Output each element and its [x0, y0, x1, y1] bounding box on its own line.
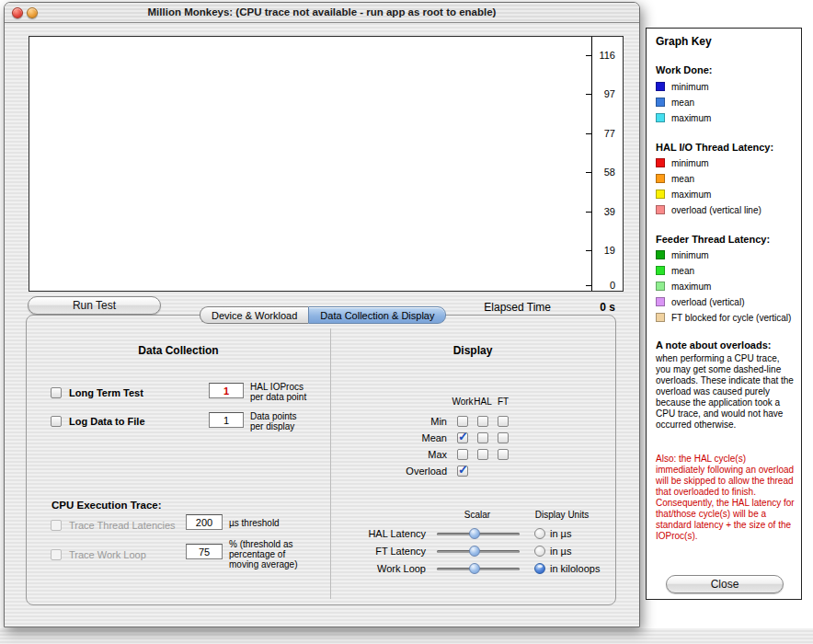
grid-row-overload: Overload	[377, 464, 513, 477]
key-item-label: FT blocked for cycle (vertical)	[671, 313, 791, 323]
key-item-label: minimum	[671, 158, 709, 168]
display-units-header: Display Units	[516, 510, 608, 520]
key-item: mean	[656, 173, 694, 184]
y-axis-tick-label: 116	[584, 50, 615, 61]
key-item-label: maximum	[671, 190, 711, 200]
us-threshold-input[interactable]	[186, 514, 223, 530]
column-header-hal: HAL	[473, 397, 493, 407]
long-term-test-row: Long Term Test	[51, 386, 143, 399]
data-points-label-line1: Data points	[250, 411, 297, 421]
elapsed-time-value: 0 s	[560, 301, 615, 314]
key-item: overload (vertical line)	[656, 204, 761, 215]
hal-latency-unit-label: in µs	[550, 528, 571, 539]
tab-data-collection-display[interactable]: Data Collection & Display	[308, 306, 446, 324]
tab-content-panel: Data Collection Long Term Test Log Data …	[26, 315, 616, 605]
row-label-max: Max	[377, 449, 452, 460]
trace-thread-latencies-checkbox	[51, 520, 62, 531]
data-collection-heading: Data Collection	[54, 344, 303, 357]
radio-hal-latency-in-us[interactable]	[534, 528, 545, 539]
key-item-label: overload (vertical line)	[671, 205, 761, 215]
work-loop-threshold-label-line3: moving average)	[229, 559, 297, 569]
checkbox-mean-ft[interactable]	[498, 432, 509, 443]
log-data-to-file-label: Log Data to File	[69, 416, 145, 427]
grid-row-max: Max	[377, 447, 513, 461]
color-swatch	[656, 297, 665, 306]
y-axis-tick-label: 58	[584, 167, 615, 178]
data-points-input[interactable]	[209, 412, 244, 428]
y-axis-tick-label: 39	[584, 206, 615, 217]
key-item: FT blocked for cycle (vertical)	[656, 312, 791, 323]
row-label-overload: Overload	[377, 466, 452, 477]
column-header-ft: FT	[493, 397, 513, 407]
display-heading: Display	[358, 344, 588, 357]
run-test-button[interactable]: Run Test	[28, 296, 161, 315]
key-item: maximum	[656, 112, 711, 123]
key-item: mean	[656, 97, 694, 108]
feeder-latency-heading: Feeder Thread Latency:	[656, 234, 770, 245]
key-item-label: maximum	[671, 282, 711, 292]
overloads-note-text: when performing a CPU trace, you may get…	[656, 353, 796, 431]
color-swatch	[656, 174, 665, 183]
background-pinstripe	[0, 628, 813, 644]
key-item: maximum	[656, 281, 711, 292]
ft-latency-slider[interactable]	[437, 545, 520, 558]
checkbox-max-ft[interactable]	[498, 449, 509, 460]
checkbox-max-work[interactable]	[457, 449, 468, 460]
hal-ioprocs-label-line2: per data point	[250, 392, 306, 402]
hal-ioprocs-label-line1: HAL IOProcs	[250, 382, 303, 392]
radio-work-loop-in-kiloloops[interactable]	[534, 563, 545, 574]
ft-latency-label: FT Latency	[317, 546, 431, 557]
work-loop-slider[interactable]	[437, 562, 520, 575]
work-loop-threshold-label-line1: % (threshold as	[229, 539, 292, 549]
tab-device-workload[interactable]: Device & Workload	[200, 306, 308, 324]
color-swatch	[656, 205, 665, 214]
color-swatch	[656, 282, 665, 291]
tab-label: Data Collection & Display	[320, 310, 434, 321]
trace-work-loop-checkbox	[51, 549, 62, 560]
log-data-row: Log Data to File	[51, 415, 145, 428]
key-item-label: maximum	[671, 113, 711, 123]
close-window-button[interactable]	[12, 7, 23, 18]
key-item-label: overload (vertical)	[671, 297, 744, 307]
tab-bar: Device & Workload Data Collection & Disp…	[200, 306, 446, 324]
key-item: minimum	[656, 249, 709, 260]
close-button[interactable]: Close	[666, 575, 784, 593]
slider-thumb[interactable]	[469, 546, 480, 557]
graph-key-title: Graph Key	[656, 35, 712, 48]
work-loop-threshold-input[interactable]	[186, 544, 223, 559]
key-item-label: minimum	[671, 82, 709, 92]
color-swatch	[656, 313, 665, 322]
y-axis-tick-label: 97	[584, 88, 615, 99]
checkbox-max-hal[interactable]	[477, 449, 488, 460]
checkbox-min-ft[interactable]	[498, 416, 509, 427]
column-header-work: Work	[452, 397, 473, 407]
row-label-mean: Mean	[377, 432, 452, 443]
overloads-note-heading: A note about overloads:	[656, 339, 772, 351]
checkbox-mean-hal[interactable]	[477, 432, 488, 443]
color-swatch	[656, 266, 665, 275]
window-title: Million Monkeys: (CPU trace not availabl…	[51, 6, 593, 17]
work-loop-label: Work Loop	[317, 563, 431, 574]
main-window: Million Monkeys: (CPU trace not availabl…	[4, 2, 640, 627]
slider-thumb[interactable]	[469, 563, 480, 574]
graph-plot-area: 116 97 77 58 39 19 0	[29, 36, 624, 292]
checkbox-min-work[interactable]	[457, 416, 468, 427]
minimize-window-button[interactable]	[27, 7, 38, 18]
titlebar[interactable]: Million Monkeys: (CPU trace not availabl…	[5, 3, 639, 23]
hal-ioprocs-input[interactable]	[209, 383, 244, 398]
checkbox-mean-work[interactable]	[457, 432, 468, 443]
slider-thumb[interactable]	[469, 528, 480, 539]
grid-row-mean: Mean	[377, 431, 513, 444]
log-data-to-file-checkbox[interactable]	[51, 416, 62, 427]
hal-latency-slider[interactable]	[437, 527, 520, 540]
color-swatch	[656, 113, 665, 122]
key-item: mean	[656, 265, 694, 276]
y-axis-tick-label: 19	[584, 245, 615, 256]
checkbox-overload-work[interactable]	[457, 466, 468, 477]
checkbox-min-hal[interactable]	[477, 416, 488, 427]
key-item: overload (vertical)	[656, 296, 744, 307]
trace-thread-latencies-row: Trace Thread Latencies	[51, 519, 176, 532]
hal-latency-heading: HAL I/O Thread Latency:	[656, 142, 773, 153]
long-term-test-checkbox[interactable]	[51, 387, 62, 398]
radio-ft-latency-in-us[interactable]	[534, 546, 545, 557]
